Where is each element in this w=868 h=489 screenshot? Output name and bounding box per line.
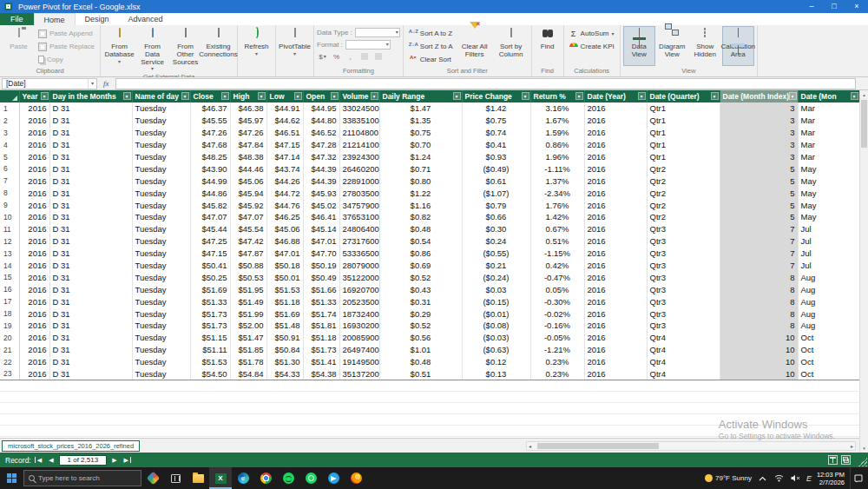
cell-day-in-the-months[interactable]: D 31 [49, 332, 132, 344]
cell-year[interactable]: 2016 [19, 344, 49, 356]
existing-connections-button[interactable]: Existing Connections [202, 26, 234, 72]
cell-open[interactable]: $51.66 [303, 283, 339, 295]
last-record-button[interactable]: ▶ [122, 457, 131, 463]
cell-low[interactable]: $50.84 [266, 344, 303, 356]
cell-date-year[interactable]: 2016 [584, 102, 647, 115]
tab-home[interactable]: Home [34, 13, 76, 25]
cell-low[interactable]: $47.15 [266, 139, 303, 151]
cell-volume[interactable]: 18732400 [339, 307, 379, 320]
cell-return[interactable]: -0.02% [530, 307, 584, 320]
cell-daily-range[interactable]: $1.01 [379, 344, 462, 356]
scroll-right-icon[interactable]: ▸ [851, 443, 853, 449]
cell-date-year[interactable]: 2016 [584, 344, 647, 356]
percent-format-button[interactable]: % [331, 51, 342, 62]
resize-grip[interactable] [858, 458, 867, 466]
diagram-view-toggle-icon[interactable] [841, 455, 851, 465]
filter-arrow-icon[interactable]: ▼ [294, 92, 302, 100]
refresh-button[interactable]: Refresh ▾ [240, 26, 273, 68]
cell-day-in-the-months[interactable]: D 31 [49, 139, 132, 151]
cell-date-year[interactable]: 2016 [584, 248, 647, 260]
cell-name-of-day[interactable]: Tuesday [132, 115, 190, 127]
cell-high[interactable]: $51.47 [230, 332, 266, 344]
cell-date-year[interactable]: 2016 [584, 139, 647, 151]
cell-low[interactable]: $50.18 [266, 260, 303, 272]
cell-price-change[interactable]: $0.13 [462, 368, 530, 380]
row-number[interactable]: 14 [0, 260, 19, 272]
cell-date-quarter[interactable]: Qtr4 [647, 368, 720, 380]
cell-volume[interactable]: 33835100 [339, 115, 379, 127]
cell-name-of-day[interactable]: Tuesday [132, 320, 190, 332]
cell-date-mon[interactable]: Aug [798, 307, 859, 320]
from-data-service-button[interactable]: From Data Service ▾ [136, 26, 168, 72]
cell-date-year[interactable]: 2016 [584, 223, 647, 235]
cell-volume[interactable]: 35122000 [339, 271, 379, 283]
cell-low[interactable]: $51.53 [266, 283, 303, 295]
cell-date-month-index[interactable]: 10 [720, 344, 798, 356]
cell-date-year[interactable]: 2016 [584, 162, 647, 175]
cell-high[interactable]: $45.94 [230, 187, 266, 199]
filter-arrow-icon[interactable]: ▼ [638, 92, 646, 100]
cell-date-quarter[interactable]: Qtr1 [647, 151, 720, 163]
cell-price-change[interactable]: $0.74 [462, 127, 530, 139]
cell-date-month-index[interactable]: 3 [720, 115, 798, 127]
cell-return[interactable]: 1.59% [530, 127, 584, 139]
cell-high[interactable]: $45.06 [230, 175, 266, 187]
cell-name-of-day[interactable]: Tuesday [132, 356, 190, 368]
cell-high[interactable]: $48.38 [230, 151, 266, 163]
cell-open[interactable]: $45.02 [303, 199, 339, 211]
cell-open[interactable]: $51.74 [303, 307, 339, 320]
column-header-day-in-the-months[interactable]: Day in the Months▼ [49, 90, 132, 102]
cell-date-year[interactable]: 2016 [584, 235, 647, 248]
filter-arrow-icon[interactable]: ▼ [181, 92, 189, 100]
tab-file[interactable]: File [0, 13, 34, 25]
cell-name-of-day[interactable]: Tuesday [132, 248, 190, 260]
cell-date-mon[interactable]: Mar [798, 115, 859, 127]
cell-date-quarter[interactable]: Qtr1 [647, 139, 720, 151]
filter-arrow-icon[interactable]: ▼ [789, 92, 797, 100]
cell-daily-range[interactable]: $0.86 [379, 248, 462, 260]
cell-daily-range[interactable]: $0.80 [379, 175, 462, 187]
cell-low[interactable]: $44.76 [266, 199, 303, 211]
first-record-button[interactable]: ◀ [35, 457, 43, 463]
cell-day-in-the-months[interactable]: D 31 [49, 235, 132, 248]
thousands-format-button[interactable]: , [345, 51, 356, 62]
cell-date-year[interactable]: 2016 [584, 332, 647, 344]
cell-date-month-index[interactable]: 5 [720, 199, 798, 211]
start-button[interactable] [0, 467, 23, 489]
cell-date-year[interactable]: 2016 [584, 187, 647, 199]
cell-return[interactable]: -0.16% [530, 320, 584, 332]
cell-return[interactable]: -2.34% [530, 187, 584, 199]
cell-price-change[interactable]: $0.61 [462, 175, 530, 187]
column-header-name-of-day[interactable]: Name of day▼ [132, 90, 190, 102]
cell-low[interactable]: $43.74 [266, 162, 303, 175]
cell-date-mon[interactable]: Jul [798, 260, 859, 272]
copy-button[interactable]: Copy [36, 53, 97, 66]
cell-date-quarter[interactable]: Qtr3 [647, 283, 720, 295]
cell-low[interactable]: $47.14 [266, 151, 303, 163]
cell-year[interactable]: 2016 [19, 368, 49, 380]
cell-close[interactable]: $47.26 [190, 127, 230, 139]
cell-low[interactable]: $51.30 [266, 356, 303, 368]
cell-low[interactable]: $44.62 [266, 115, 303, 127]
cell-date-mon[interactable]: Mar [798, 151, 859, 163]
cell-volume[interactable]: 26460200 [339, 162, 379, 175]
row-number[interactable]: 16 [0, 283, 19, 295]
cell-close[interactable]: $48.25 [190, 151, 230, 163]
cell-date-quarter[interactable]: Qtr3 [647, 295, 720, 307]
cell-return[interactable]: 1.42% [530, 211, 584, 223]
clear-sort-button[interactable]: A× Clear Sort [406, 53, 456, 66]
column-header-price-change[interactable]: Price Change▼ [462, 90, 530, 102]
cell-date-quarter[interactable]: Qtr4 [647, 344, 720, 356]
cell-day-in-the-months[interactable]: D 31 [49, 307, 132, 320]
cell-close[interactable]: $44.86 [190, 187, 230, 199]
horizontal-scrollbar[interactable]: ◂ ▸ [526, 441, 856, 451]
cell-return[interactable]: 3.16% [530, 102, 584, 115]
cell-high[interactable]: $51.78 [230, 356, 266, 368]
cell-year[interactable]: 2016 [19, 307, 49, 320]
volume-muted-icon[interactable] [790, 467, 801, 489]
cell-price-change[interactable]: ($0.15) [462, 295, 530, 307]
cell-volume[interactable]: 27317600 [339, 235, 379, 248]
cell-day-in-the-months[interactable]: D 31 [49, 151, 132, 163]
cell-date-mon[interactable]: Oct [798, 344, 859, 356]
cell-day-in-the-months[interactable]: D 31 [49, 260, 132, 272]
